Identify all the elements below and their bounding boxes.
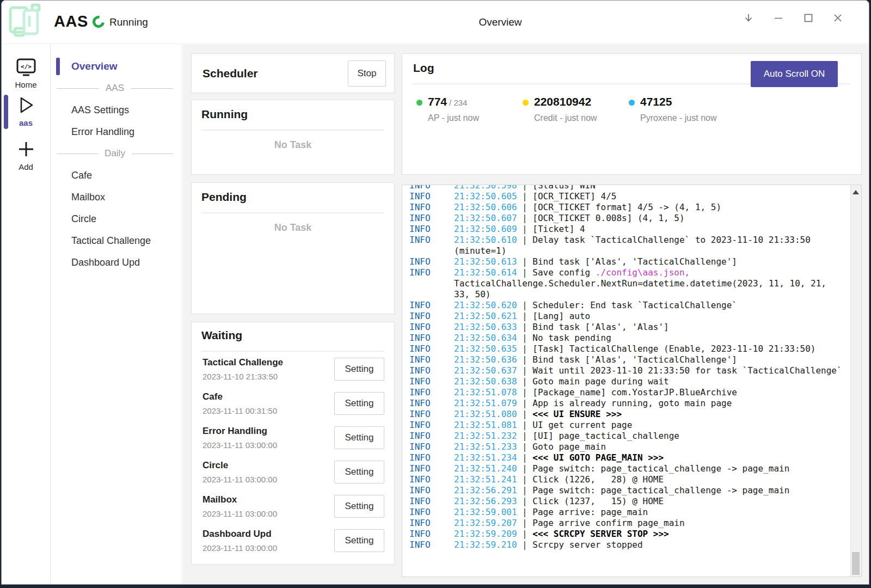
stat-dot bbox=[416, 100, 422, 106]
stat-value: 220810942 bbox=[534, 95, 591, 108]
log-time: 21:32:50.607 bbox=[454, 213, 522, 224]
task-name: Mailbox bbox=[203, 494, 277, 505]
nav-item[interactable]: Mailbox bbox=[51, 186, 182, 208]
stop-button[interactable]: Stop bbox=[348, 60, 386, 87]
log-time: 21:32:50.614 bbox=[454, 267, 522, 278]
running-card: Running No Task bbox=[191, 100, 395, 175]
maximize-button[interactable] bbox=[797, 7, 820, 29]
rail-item-add[interactable]: Add bbox=[2, 139, 50, 171]
nav-item-label: Circle bbox=[71, 213, 96, 224]
log-separator: | bbox=[522, 311, 532, 322]
task-next-run: 2023-11-11 03:00:00 bbox=[203, 475, 277, 484]
task-info: Mailbox 2023-11-11 03:00:00 bbox=[203, 494, 277, 518]
log-message: Save config ./config\aas.json, bbox=[532, 267, 690, 278]
nav-item[interactable]: AAS Settings bbox=[51, 99, 182, 121]
log-message: Page arrive confirm page_main bbox=[532, 518, 684, 529]
setting-button[interactable]: Setting bbox=[334, 495, 384, 518]
stat-suffix: / 234 bbox=[449, 98, 467, 107]
log-message: [Status] WIN bbox=[532, 185, 596, 191]
log-separator: | bbox=[522, 431, 532, 442]
task-row: Dashboard Upd 2023-11-11 03:00:00 Settin… bbox=[201, 523, 384, 558]
play-icon bbox=[2, 95, 50, 115]
running-title: Running bbox=[201, 108, 384, 131]
nav-divider: AAS bbox=[51, 77, 182, 99]
log-level: INFO bbox=[409, 420, 454, 431]
log-level bbox=[409, 289, 454, 300]
code-monitor-icon: </> bbox=[2, 57, 50, 77]
log-line: INFO21:32:50.610| Delay task `TacticalCh… bbox=[409, 235, 845, 246]
setting-button[interactable]: Setting bbox=[334, 358, 384, 381]
minimize-button[interactable] bbox=[767, 7, 790, 29]
app-name: AAS bbox=[54, 13, 88, 30]
log-separator: | bbox=[522, 507, 532, 518]
task-name: Dashboard Upd bbox=[203, 529, 277, 540]
log-separator: | bbox=[522, 529, 532, 540]
log-line: INFO21:32:51.232| [UI] page_tactical_cha… bbox=[409, 431, 845, 442]
log-separator: | bbox=[522, 300, 532, 311]
stat-label: AP - just now bbox=[428, 113, 479, 123]
scheduler-title: Scheduler bbox=[203, 67, 258, 80]
log-scroll-area[interactable]: INFO21:32:50.598| [Status] WININFO21:32:… bbox=[402, 185, 862, 577]
window-title: Overview bbox=[479, 16, 522, 28]
close-button[interactable] bbox=[826, 7, 849, 29]
setting-button[interactable]: Setting bbox=[334, 461, 384, 483]
log-separator: | bbox=[522, 387, 532, 398]
log-separator: | bbox=[522, 365, 532, 376]
log-level: INFO bbox=[409, 311, 454, 322]
rail-item-home[interactable]: </> Home bbox=[2, 57, 50, 89]
scroll-thumb[interactable] bbox=[852, 552, 860, 575]
log-time: 21:32:56.291 bbox=[454, 485, 522, 496]
log-level: INFO bbox=[409, 442, 454, 452]
setting-button[interactable]: Setting bbox=[334, 426, 384, 449]
log-message: Page switch: page_tactical_challenge -> … bbox=[532, 463, 789, 474]
log-scrollbar[interactable] bbox=[850, 185, 861, 577]
nav-item[interactable]: Tactical Challenge bbox=[51, 230, 182, 252]
log-message: Goto main page during wait bbox=[532, 376, 668, 387]
task-next-run: 2023-11-11 03:00:00 bbox=[203, 509, 277, 518]
log-time: 21:32:50.637 bbox=[454, 365, 522, 376]
log-level: INFO bbox=[409, 191, 454, 202]
task-info: Error Handling 2023-11-11 03:00:00 bbox=[203, 426, 277, 450]
log-line: INFO21:32:51.079| App is already running… bbox=[409, 398, 845, 409]
log-time: 21:32:50.634 bbox=[454, 333, 522, 344]
log-message: [Task] TacticalChallenge (Enable, 2023-1… bbox=[532, 344, 815, 354]
log-time: 21:32:51.232 bbox=[454, 431, 522, 442]
task-next-run: 2023-11-10 21:33:50 bbox=[203, 372, 283, 381]
scroll-up-icon[interactable] bbox=[852, 190, 859, 194]
log-message: [OCR_TICKET format] 4/5 -> (4, 1, 5) bbox=[532, 202, 721, 213]
log-level: INFO bbox=[409, 485, 454, 496]
setting-button[interactable]: Setting bbox=[334, 392, 384, 415]
nav-item[interactable]: Circle bbox=[51, 208, 182, 230]
log-line: INFO21:32:51.078| [Package_name] com.Yos… bbox=[409, 387, 845, 398]
log-level: INFO bbox=[409, 431, 454, 442]
auto-scroll-button[interactable]: Auto Scroll ON bbox=[751, 61, 838, 87]
nav-item[interactable]: Overview bbox=[51, 56, 182, 77]
log-line: INFO21:32:59.210| Scrcpy server stopped bbox=[409, 540, 845, 550]
setting-button[interactable]: Setting bbox=[334, 529, 384, 552]
log-message: Bind task ['Alas', 'TacticalChallenge'] bbox=[532, 354, 737, 365]
log-message: [UI] page_tactical_challenge bbox=[532, 431, 679, 442]
rail-item-aas[interactable]: aas bbox=[2, 95, 50, 127]
task-info: Tactical Challenge 2023-11-10 21:33:50 bbox=[203, 357, 283, 381]
log-line: INFO21:32:50.638| Goto main page during … bbox=[409, 376, 845, 387]
log-level: INFO bbox=[409, 185, 454, 191]
log-line: INFO21:32:50.598| [Status] WIN bbox=[409, 185, 845, 191]
log-line: INFO21:32:50.605| [OCR_TICKET] 4/5 bbox=[409, 191, 845, 202]
log-level: INFO bbox=[409, 518, 454, 529]
nav-item[interactable]: Error Handling bbox=[51, 121, 182, 143]
log-separator: | bbox=[522, 256, 532, 267]
log-separator: | bbox=[522, 398, 532, 409]
nav-item[interactable]: Dashboard Upd bbox=[51, 252, 182, 273]
download-button[interactable] bbox=[737, 7, 760, 29]
log-time: 21:32:51.233 bbox=[454, 442, 522, 452]
log-level: INFO bbox=[409, 529, 454, 540]
log-line: INFO21:32:50.606| [OCR_TICKET format] 4/… bbox=[409, 202, 845, 213]
nav-item[interactable]: Cafe bbox=[51, 164, 182, 186]
nav-item-label: Dashboard Upd bbox=[71, 257, 140, 268]
log-message: (minute=1) bbox=[454, 246, 506, 256]
log-separator: | bbox=[522, 496, 532, 507]
app-status: Running bbox=[109, 16, 148, 28]
log-time: 21:32:51.078 bbox=[454, 387, 522, 398]
svg-text:</>: </> bbox=[21, 63, 32, 70]
stat-body: 774/ 234 AP - just now bbox=[428, 95, 479, 123]
